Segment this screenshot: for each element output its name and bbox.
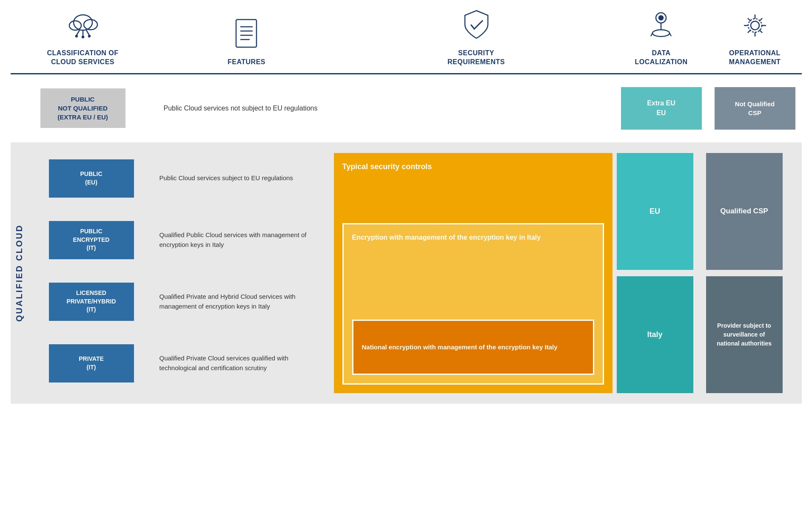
nq-data-box: Extra EU EU	[621, 87, 702, 130]
security-national: National encryption with management of t…	[362, 343, 558, 351]
nq-security-col	[338, 83, 615, 134]
q-desc-text-private: Qualified Private Cloud services qualifi…	[160, 354, 325, 373]
svg-point-16	[652, 30, 670, 37]
q-label-licensed: LICENSED PRIVATE/HYBRID (IT)	[30, 280, 153, 323]
q-label-box-licensed: LICENSED PRIVATE/HYBRID (IT)	[49, 283, 134, 321]
svg-point-17	[751, 21, 759, 30]
q-desc-public-encrypted: Qualified Public Cloud services with man…	[153, 226, 332, 254]
q-desc-text-licensed: Qualified Private and Hybrid Cloud servi…	[160, 292, 325, 311]
table-area: PUBLIC NOT QUALIFIED (EXTRA EU / EU) Pub…	[11, 83, 802, 404]
svg-line-5	[86, 30, 89, 35]
q-label-box-private: PRIVATE (IT)	[49, 344, 134, 382]
op-surveillance-cell: Provider subject to surveillance of nati…	[706, 276, 783, 393]
header-col-data: DATA LOCALIZATION	[615, 8, 708, 67]
q-label-box-public-eu: PUBLIC (EU)	[49, 159, 134, 198]
col1-title: CLASSIFICATION OF CLOUD SERVICES	[47, 49, 118, 67]
svg-point-8	[88, 35, 90, 37]
nq-op-box: Not Qualified CSP	[715, 87, 795, 130]
header-col-features: FEATURES	[155, 17, 338, 67]
q-label-public-eu: PUBLIC (EU)	[30, 157, 153, 200]
security-encryption: Encryption with management of the encryp…	[352, 233, 594, 242]
nq-desc-col: Public Cloud services not subject to EU …	[155, 83, 338, 134]
col4-title: DATA LOCALIZATION	[635, 49, 688, 67]
main-container: CLASSIFICATION OF CLOUD SERVICES FEATURE…	[11, 8, 802, 404]
svg-line-3	[77, 30, 80, 35]
q-desc-text-public-eu: Public Cloud services subject to EU regu…	[160, 173, 293, 183]
nq-description: Public Cloud services not subject to EU …	[164, 103, 318, 113]
svg-point-7	[82, 36, 84, 38]
q-desc-text-public-encrypted: Qualified Public Cloud services with man…	[160, 230, 325, 249]
document-icon	[233, 17, 260, 54]
col2-title: FEATURES	[228, 58, 265, 67]
q-label-box-public-encrypted: PUBLIC ENCRYPTED (IT)	[49, 221, 134, 259]
q-desc-licensed: Qualified Private and Hybrid Cloud servi…	[153, 288, 332, 315]
non-qualified-row: PUBLIC NOT QUALIFIED (EXTRA EU / EU) Pub…	[11, 83, 802, 134]
security-typical: Typical security controls	[342, 162, 604, 172]
q-desc-private: Qualified Private Cloud services qualifi…	[153, 349, 332, 377]
qualified-section: QUALIFIED CLOUD PUBLIC (EU) Public Cloud…	[11, 142, 802, 404]
svg-point-1	[69, 21, 81, 30]
header-col-operational: OPERATIONAL MANAGEMENT	[708, 11, 802, 67]
location-icon	[647, 8, 675, 45]
qualified-label: QUALIFIED CLOUD	[11, 151, 28, 395]
op-qualified-cell: Qualified CSP	[706, 153, 783, 270]
data-eu-cell: EU	[617, 153, 693, 270]
nq-op-col: Not Qualified CSP	[708, 83, 802, 134]
cloud-icon	[66, 11, 100, 45]
q-desc-public-eu: Public Cloud services subject to EU regu…	[153, 169, 332, 187]
nq-label-col: PUBLIC NOT QUALIFIED (EXTRA EU / EU)	[11, 83, 155, 134]
data-italy-cell: Italy	[617, 276, 693, 393]
nq-data-col: Extra EU EU	[615, 83, 708, 134]
q-label-private: PRIVATE (IT)	[30, 342, 153, 385]
header-col-classification: CLASSIFICATION OF CLOUD SERVICES	[11, 11, 155, 67]
header-row: CLASSIFICATION OF CLOUD SERVICES FEATURE…	[11, 8, 802, 74]
svg-point-2	[84, 20, 97, 30]
header-col-security: SECURITY REQUIREMENTS	[338, 8, 615, 67]
svg-rect-9	[236, 20, 256, 47]
svg-point-15	[659, 16, 663, 20]
gear-icon	[740, 11, 770, 45]
col3-title: SECURITY REQUIREMENTS	[447, 49, 505, 67]
svg-point-0	[74, 15, 92, 30]
shield-icon	[462, 8, 491, 45]
nq-label-box: PUBLIC NOT QUALIFIED (EXTRA EU / EU)	[40, 88, 125, 128]
col5-title: OPERATIONAL MANAGEMENT	[729, 49, 781, 67]
q-label-public-encrypted: PUBLIC ENCRYPTED (IT)	[30, 219, 153, 261]
svg-point-6	[76, 35, 77, 37]
